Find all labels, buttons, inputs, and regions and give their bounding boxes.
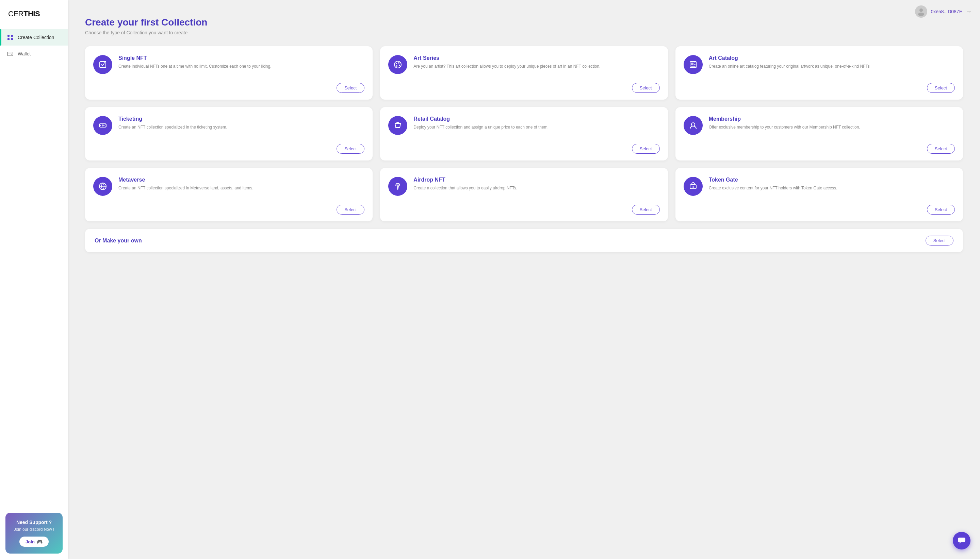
- svg-point-21: [102, 124, 104, 126]
- title-art-catalog: Art Catalog: [709, 55, 870, 61]
- icon-airdrop-nft: [388, 177, 407, 196]
- chat-support-button[interactable]: [953, 532, 970, 549]
- logo: CERTHIS: [0, 0, 68, 29]
- sidebar-item-create-collection[interactable]: Create Collection: [0, 29, 68, 46]
- wallet-icon: [7, 50, 13, 57]
- card-membership: Membership Offer exclusive membership to…: [675, 107, 963, 160]
- desc-membership: Offer exclusive membership to your custo…: [709, 124, 860, 131]
- sidebar-item-wallet[interactable]: Wallet: [0, 46, 68, 62]
- svg-point-26: [693, 186, 694, 188]
- desc-metaverse: Create an NFT collection specialized in …: [118, 185, 254, 192]
- card-metaverse: Metaverse Create an NFT collection speci…: [85, 168, 373, 222]
- svg-point-10: [395, 61, 401, 68]
- card-top-airdrop-nft: Airdrop NFT Create a collection that all…: [388, 177, 660, 196]
- icon-retail-catalog: [388, 116, 407, 135]
- svg-rect-16: [691, 63, 693, 65]
- create-collection-icon: [7, 34, 13, 41]
- make-own-bar: Or Make your own Select: [85, 229, 963, 252]
- card-retail-catalog: Retail Catalog Deploy your NFT collectio…: [380, 107, 668, 160]
- footer-ticketing: Select: [93, 141, 365, 154]
- page-title: Create your first Collection: [85, 17, 963, 28]
- desc-art-series: Are you an artist? This art collection a…: [413, 63, 600, 70]
- svg-rect-19: [691, 66, 696, 67]
- title-retail-catalog: Retail Catalog: [413, 116, 549, 122]
- main-content: 0xe58...D087E → Create your first Collec…: [68, 0, 980, 559]
- select-btn-single-nft[interactable]: Select: [337, 83, 365, 93]
- select-btn-token-gate[interactable]: Select: [927, 205, 955, 215]
- select-btn-art-series[interactable]: Select: [632, 83, 660, 93]
- logo-suffix: THIS: [23, 10, 40, 18]
- logout-icon[interactable]: →: [966, 8, 972, 15]
- footer-membership: Select: [683, 141, 955, 154]
- select-btn-art-catalog[interactable]: Select: [927, 83, 955, 93]
- header-bar: 0xe58...D087E →: [915, 5, 972, 18]
- desc-airdrop-nft: Create a collection that allows you to e…: [413, 185, 517, 192]
- svg-rect-1: [11, 35, 13, 37]
- title-token-gate: Token Gate: [709, 177, 837, 183]
- page-subtitle: Choose the type of Collection you want t…: [85, 30, 963, 35]
- svg-rect-4: [7, 52, 13, 56]
- icon-ticketing: [93, 116, 112, 135]
- support-title: Need Support ?: [11, 519, 57, 525]
- svg-rect-2: [7, 38, 10, 40]
- title-art-series: Art Series: [413, 55, 600, 61]
- select-btn-airdrop-nft[interactable]: Select: [632, 205, 660, 215]
- footer-airdrop-nft: Select: [388, 201, 660, 215]
- title-airdrop-nft: Airdrop NFT: [413, 177, 517, 183]
- select-btn-retail-catalog[interactable]: Select: [632, 144, 660, 154]
- icon-single-nft: [93, 55, 112, 74]
- icon-metaverse: [93, 177, 112, 196]
- svg-rect-3: [11, 38, 13, 40]
- avatar: [915, 5, 927, 18]
- join-label: Join: [25, 539, 35, 544]
- footer-art-series: Select: [388, 79, 660, 93]
- svg-rect-17: [694, 63, 696, 63]
- make-own-select-button[interactable]: Select: [925, 236, 953, 245]
- collection-type-grid: Single NFT Create individual NFTs one at…: [85, 46, 963, 222]
- desc-ticketing: Create an NFT collection specialized in …: [118, 124, 227, 131]
- card-art-series: Art Series Are you an artist? This art c…: [380, 46, 668, 99]
- desc-single-nft: Create individual NFTs one at a time wit…: [118, 63, 272, 70]
- card-top-single-nft: Single NFT Create individual NFTs one at…: [93, 55, 365, 74]
- footer-retail-catalog: Select: [388, 141, 660, 154]
- card-art-catalog: Art Catalog Create an online art catalog…: [675, 46, 963, 99]
- desc-art-catalog: Create an online art catalog featuring y…: [709, 63, 870, 70]
- card-ticketing: Ticketing Create an NFT collection speci…: [85, 107, 373, 160]
- card-single-nft: Single NFT Create individual NFTs one at…: [85, 46, 373, 99]
- sidebar-item-label-wallet: Wallet: [18, 51, 31, 56]
- discord-icon: 🎮: [37, 539, 43, 544]
- icon-membership: [683, 116, 703, 135]
- svg-point-6: [919, 8, 923, 12]
- select-btn-ticketing[interactable]: Select: [337, 144, 365, 154]
- card-top-membership: Membership Offer exclusive membership to…: [683, 116, 955, 135]
- svg-point-12: [398, 62, 400, 64]
- svg-rect-0: [7, 35, 10, 37]
- card-top-retail-catalog: Retail Catalog Deploy your NFT collectio…: [388, 116, 660, 135]
- desc-token-gate: Create exclusive content for your NFT ho…: [709, 185, 837, 192]
- svg-point-14: [396, 65, 398, 67]
- title-metaverse: Metaverse: [118, 177, 254, 183]
- support-widget: Need Support ? Join our discord Now ! Jo…: [5, 513, 63, 554]
- select-btn-metaverse[interactable]: Select: [337, 205, 365, 215]
- sidebar: CERTHIS Create Collection: [0, 0, 68, 559]
- card-token-gate: Token Gate Create exclusive content for …: [675, 168, 963, 222]
- svg-point-7: [918, 13, 924, 16]
- footer-token-gate: Select: [683, 201, 955, 215]
- svg-rect-18: [694, 64, 696, 64]
- select-btn-membership[interactable]: Select: [927, 144, 955, 154]
- svg-rect-5: [11, 54, 12, 55]
- footer-single-nft: Select: [93, 79, 365, 93]
- make-own-label: Or Make your own: [95, 238, 142, 244]
- card-top-art-catalog: Art Catalog Create an online art catalog…: [683, 55, 955, 74]
- icon-art-series: [388, 55, 407, 74]
- footer-metaverse: Select: [93, 201, 365, 215]
- support-subtitle: Join our discord Now !: [11, 527, 57, 532]
- footer-art-catalog: Select: [683, 79, 955, 93]
- card-top-token-gate: Token Gate Create exclusive content for …: [683, 177, 955, 196]
- card-top-metaverse: Metaverse Create an NFT collection speci…: [93, 177, 365, 196]
- title-single-nft: Single NFT: [118, 55, 272, 61]
- card-top-ticketing: Ticketing Create an NFT collection speci…: [93, 116, 365, 135]
- join-discord-button[interactable]: Join 🎮: [19, 537, 49, 547]
- svg-point-22: [691, 123, 695, 126]
- card-airdrop-nft: Airdrop NFT Create a collection that all…: [380, 168, 668, 222]
